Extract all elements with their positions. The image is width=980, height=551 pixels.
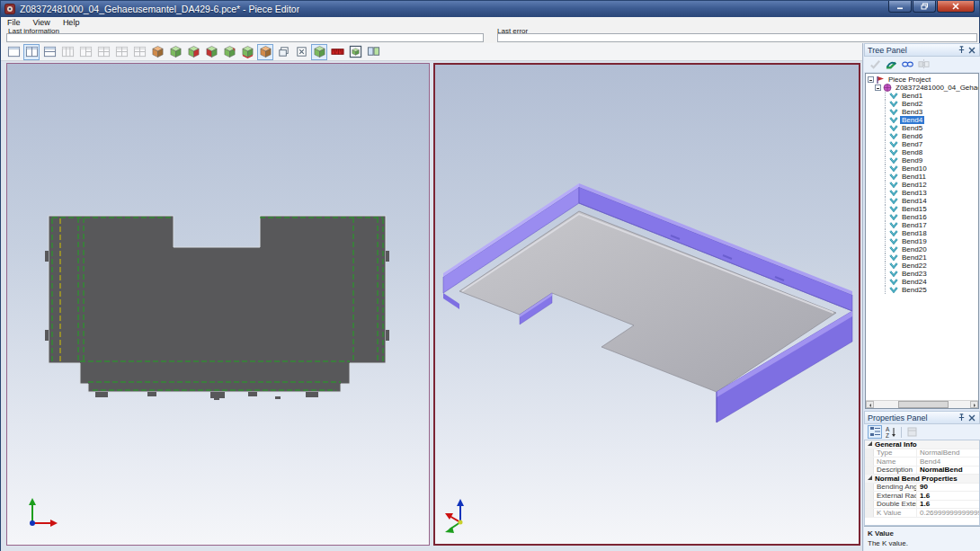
tree-item-bend2[interactable]: Bend2 [882, 100, 978, 108]
viewport-3d[interactable] [433, 63, 860, 546]
bend-table-button[interactable] [900, 58, 914, 71]
tree-item-bend19[interactable]: Bend19 [882, 237, 978, 245]
tree-item-bend1[interactable]: Bend1 [882, 92, 978, 100]
tree-item-bend8[interactable]: Bend8 [882, 148, 978, 156]
layout-single-view-button[interactable] [5, 44, 22, 60]
property-value[interactable]: 90 [917, 483, 979, 491]
show-half-unfold-button[interactable] [203, 44, 219, 60]
accept-button [868, 58, 882, 71]
tree-item-bend6[interactable]: Bend6 [882, 132, 978, 140]
category-general-info[interactable]: General Info [865, 440, 979, 449]
property-label: Double Extens [874, 500, 917, 508]
property-value[interactable]: NormalBend [917, 466, 979, 474]
menu-view[interactable]: View [27, 17, 57, 27]
measure-button[interactable] [329, 44, 345, 60]
tree-item-bend17[interactable]: Bend17 [882, 221, 978, 229]
property-double-extens[interactable]: Double Extens1.6 [865, 501, 979, 510]
tree-item-bend25[interactable]: Bend25 [882, 286, 978, 294]
show-bend-zones-button[interactable] [221, 44, 237, 60]
tree-item-bend14[interactable]: Bend14 [882, 197, 978, 205]
zoom-to-part-button[interactable] [347, 44, 363, 60]
property-name[interactable]: NameBend4 [865, 458, 979, 467]
minimize-button[interactable] [888, 1, 912, 13]
layout-two-horizontal-views-button[interactable] [41, 44, 58, 60]
tree-panel-close-button[interactable] [967, 45, 976, 55]
add-bend-button[interactable] [884, 58, 898, 71]
collapse-icon[interactable] [875, 84, 881, 91]
bend-node-icon [889, 108, 898, 116]
collapse-icon[interactable] [868, 76, 874, 83]
tree-panel-pin-button[interactable] [957, 45, 967, 55]
tree-item-bend21[interactable]: Bend21 [882, 253, 978, 262]
compare-parts-button[interactable] [365, 44, 381, 60]
tree-item-bend20[interactable]: Bend20 [882, 245, 978, 253]
tree-horizontal-scrollbar[interactable] [866, 400, 978, 408]
properties-panel-close-button[interactable] [967, 413, 976, 422]
tree-item-bend18[interactable]: Bend18 [882, 229, 978, 237]
show-bend-lines-button[interactable] [185, 44, 201, 60]
titlebar: Z08372481000_04_Gehaeusemantel_DA429-6.p… [1, 1, 979, 17]
last-error-field[interactable] [497, 33, 977, 42]
properties-panel-pin-button[interactable] [957, 413, 967, 422]
tree-item-bend24[interactable]: Bend24 [882, 278, 978, 286]
tree-item-bend16[interactable]: Bend16 [882, 213, 978, 221]
grid-gutter [865, 509, 874, 517]
bend-icon [886, 58, 897, 70]
property-value[interactable]: 1.6 [917, 492, 979, 500]
tree-item-bend10[interactable]: Bend10 [882, 164, 978, 173]
category-normal-bend-properties[interactable]: Normal Bend Properties [865, 475, 979, 484]
property-value[interactable]: Bend4 [917, 458, 979, 466]
tree-item-bend12[interactable]: Bend12 [882, 181, 978, 189]
tree-item-bend7[interactable]: Bend7 [882, 140, 978, 148]
close-button[interactable] [937, 1, 975, 13]
menu-help[interactable]: Help [57, 17, 86, 27]
alphabetical-sort-button[interactable]: AZ [884, 425, 898, 439]
tree-item-bend23[interactable]: Bend23 [882, 270, 978, 278]
maximize-button[interactable] [913, 1, 936, 13]
tree-item-bend11[interactable]: Bend11 [882, 173, 978, 181]
tree-item-bend5[interactable]: Bend5 [882, 124, 978, 132]
property-value[interactable]: 0.26999999999999631 [917, 509, 979, 517]
close-view-window-button[interactable] [293, 44, 309, 60]
layout-two-vertical-views-button[interactable] [23, 44, 40, 60]
new-view-window-button[interactable] [275, 44, 291, 60]
bend-node-icon [889, 140, 898, 148]
tree-item-bend3[interactable]: Bend3 [882, 108, 978, 116]
property-pages-button [904, 425, 919, 439]
categorized-button[interactable] [868, 425, 882, 439]
property-bending-angle[interactable]: Bending Angle90 [865, 484, 979, 493]
mirror-button [916, 58, 931, 71]
layout-four-views-wide-button [113, 44, 129, 60]
property-type[interactable]: TypeNormalBend [865, 449, 979, 458]
accept-icon [869, 58, 881, 70]
property-k-value[interactable]: K Value0.26999999999999631 [865, 509, 979, 518]
property-external-radi[interactable]: External Radi.1.6 [865, 492, 979, 501]
tree-item-piece-project[interactable]: Piece Project [868, 76, 978, 84]
tree-item-label: Bend21 [900, 253, 929, 262]
menu-file[interactable]: File [1, 17, 27, 27]
show-3d-part-button[interactable] [257, 44, 273, 60]
tree-item-label: Bend15 [900, 205, 929, 213]
scroll-left-arrow[interactable] [866, 401, 874, 408]
tree-item-bend13[interactable]: Bend13 [882, 189, 978, 197]
tree-item-label: Bend8 [900, 148, 924, 156]
property-description[interactable]: DescriptionNormalBend [865, 467, 979, 475]
show-flat-pattern-button[interactable] [149, 44, 165, 60]
tree-item-bend4[interactable]: Bend4 [882, 116, 978, 124]
tree-item-bend22[interactable]: Bend22 [882, 262, 978, 270]
last-information-field[interactable] [6, 33, 484, 42]
property-value[interactable]: NormalBend [917, 449, 979, 457]
viewport-flat-pattern[interactable] [6, 63, 430, 546]
render-solid-button[interactable] [311, 44, 327, 60]
axis-triad-2d [23, 496, 61, 532]
scroll-right-arrow[interactable] [970, 401, 978, 408]
tree-item-bend9[interactable]: Bend9 [882, 156, 978, 164]
tree-box: Piece Project Z08372481000_04_Gehaeusema… [865, 73, 979, 409]
tree-item-bend15[interactable]: Bend15 [882, 205, 978, 213]
layout-three-views-top-button [77, 44, 94, 60]
show-solid-button[interactable] [167, 44, 183, 60]
property-value[interactable]: 1.6 [917, 500, 979, 508]
scroll-thumb[interactable] [898, 401, 949, 408]
tree-item-part[interactable]: Z08372481000_04_Gehaeusemantel_DA429-6 [875, 84, 978, 92]
show-bend-deduction-button[interactable] [239, 44, 255, 60]
